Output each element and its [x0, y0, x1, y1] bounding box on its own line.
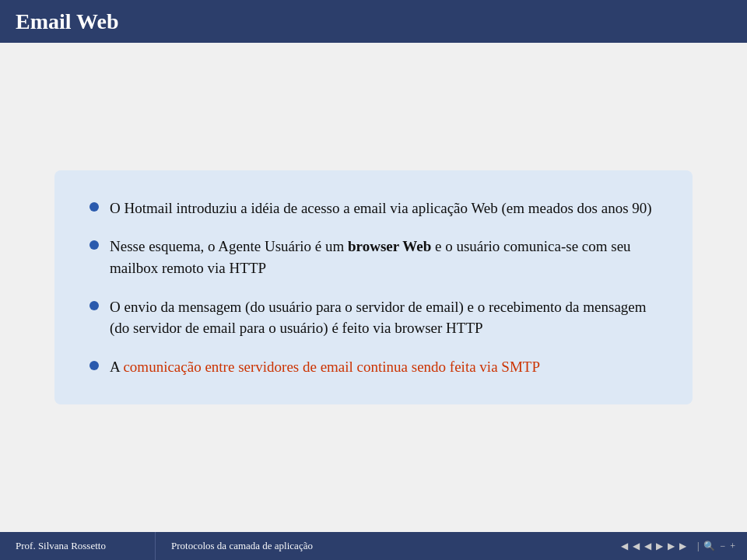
footer-course: Protocolos da camada de aplicação: [156, 540, 621, 552]
nav-first-icon[interactable]: ◀: [621, 541, 628, 552]
bullet-dot: [89, 361, 99, 370]
list-item: O envio da mensagem (do usuário para o s…: [89, 296, 658, 339]
nav-next-icon[interactable]: ▶: [656, 541, 663, 552]
content-card: O Hotmail introduziu a idéia de acesso a…: [54, 170, 693, 404]
bullet-text-2: Nesse esquema, o Agente Usuário é um bro…: [110, 236, 658, 278]
main-content-area: O Hotmail introduziu a idéia de acesso a…: [0, 43, 747, 532]
bullet-dot: [89, 301, 99, 310]
nav-search-icon[interactable]: 🔍: [703, 541, 715, 552]
bullet-text-3: O envio da mensagem (do usuário para o s…: [110, 296, 658, 339]
nav-prev-section-icon[interactable]: ◀: [633, 541, 640, 552]
page-title: Email Web: [16, 9, 119, 34]
footer-navigation: ◀ ◀ ◀ ▶ ▶ ▶ | 🔍 − +: [621, 541, 747, 552]
nav-zoom-in-icon[interactable]: +: [730, 541, 735, 552]
bullet-text-1: O Hotmail introduziu a idéia de acesso a…: [110, 198, 658, 219]
nav-divider: |: [697, 541, 699, 552]
nav-zoom-out-icon[interactable]: −: [720, 541, 725, 552]
bullet-list: O Hotmail introduziu a idéia de acesso a…: [89, 198, 658, 377]
course-label: Protocolos da camada de aplicação: [171, 540, 313, 552]
nav-last-icon[interactable]: ▶: [679, 541, 686, 552]
bullet-dot: [89, 240, 99, 250]
footer-bar: Prof. Silvana Rossetto Protocolos da cam…: [0, 532, 747, 560]
bullet-text-4: A comunicação entre servidores de email …: [110, 356, 658, 378]
author-label: Prof. Silvana Rossetto: [16, 540, 106, 552]
bold-browser-web: browser Web: [348, 238, 431, 254]
footer-author: Prof. Silvana Rossetto: [0, 532, 156, 560]
bullet-dot: [89, 202, 99, 212]
list-item: A comunicação entre servidores de email …: [89, 356, 658, 378]
list-item: Nesse esquema, o Agente Usuário é um bro…: [89, 236, 658, 278]
list-item: O Hotmail introduziu a idéia de acesso a…: [89, 198, 658, 219]
nav-next-section-icon[interactable]: ▶: [668, 541, 675, 552]
header-bar: Email Web: [0, 0, 747, 43]
highlight-smtp-text: comunicação entre servidores de email co…: [123, 359, 540, 375]
nav-prev-icon[interactable]: ◀: [644, 541, 651, 552]
